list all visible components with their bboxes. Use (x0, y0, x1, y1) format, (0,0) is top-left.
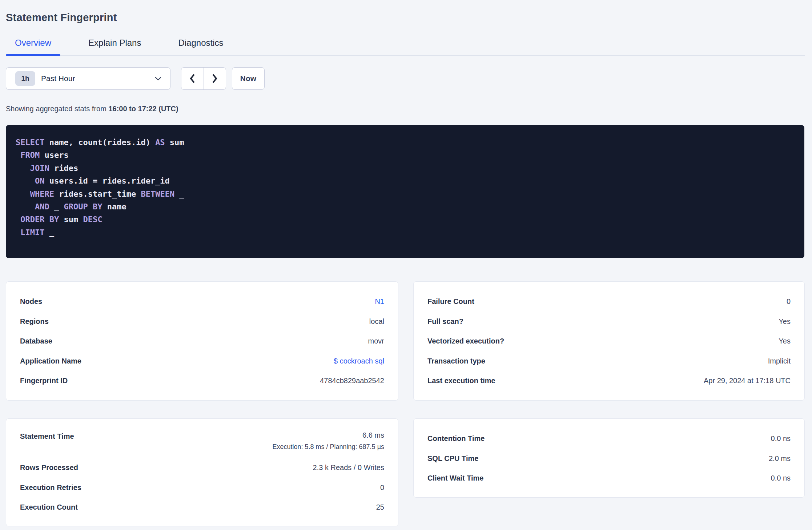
statement-fingerprint-page: Statement Fingerprint Overview Explain P… (0, 0, 812, 526)
database-value: movr (368, 337, 384, 345)
full-scan-value: Yes (779, 317, 791, 326)
client-wait-time-value: 0.0 ns (771, 474, 791, 482)
sql-cpu-time-row: SQL CPU Time 2.0 ms (427, 449, 791, 469)
tab-bar: Overview Explain Plans Diagnostics (6, 38, 805, 56)
nodes-value-link[interactable]: N1 (375, 297, 384, 306)
chevron-left-icon (189, 73, 196, 84)
rows-processed-label: Rows Processed (20, 463, 78, 472)
contention-time-value: 0.0 ns (771, 434, 791, 443)
vectorized-execution-label: Vectorized execution? (427, 337, 504, 345)
execution-count-label: Execution Count (20, 503, 78, 511)
fingerprint-id-label: Fingerprint ID (20, 377, 68, 385)
full-scan-row: Full scan? Yes (427, 312, 791, 332)
execution-retries-value: 0 (380, 483, 384, 492)
fingerprint-id-value: 4784cb829aab2542 (320, 377, 384, 385)
time-interval-badge: 1h (15, 71, 35, 86)
now-button[interactable]: Now (232, 67, 265, 90)
failure-count-label: Failure Count (427, 297, 474, 306)
statement-time-breakdown: Execution: 5.8 ms / Planning: 687.5 µs (272, 442, 384, 452)
statement-time-label: Statement Time (20, 429, 74, 444)
sql-cpu-time-label: SQL CPU Time (427, 454, 478, 463)
contention-time-row: Contention Time 0.0 ns (427, 429, 791, 449)
time-range-dropdown[interactable]: 1h Past Hour (6, 67, 170, 90)
statement-timing-card: Statement Time 6.6 ms Execution: 5.8 ms … (6, 418, 398, 526)
execution-count-value: 25 (376, 503, 384, 511)
chevron-right-icon (212, 73, 218, 84)
application-name-label: Application Name (20, 357, 81, 365)
page-title: Statement Fingerprint (6, 11, 805, 24)
sql-cpu-time-value: 2.0 ms (769, 454, 791, 463)
failure-count-value: 0 (787, 297, 791, 306)
database-label: Database (20, 337, 52, 345)
execution-attributes-card: Failure Count 0 Full scan? Yes Vectorize… (413, 281, 805, 401)
execution-retries-label: Execution Retries (20, 483, 81, 492)
vectorized-execution-value: Yes (779, 337, 791, 345)
time-range-label: Past Hour (41, 74, 155, 83)
stats-summary: Showing aggregated stats from 16:00 to 1… (6, 105, 805, 113)
database-row: Database movr (20, 331, 384, 351)
transaction-type-value: Implicit (768, 357, 791, 365)
contention-time-label: Contention Time (427, 434, 485, 443)
last-execution-time-label: Last execution time (427, 377, 495, 385)
transaction-type-label: Transaction type (427, 357, 485, 365)
last-execution-time-value: Apr 29, 2024 at 17:18 UTC (704, 377, 791, 385)
next-time-button[interactable] (204, 68, 226, 89)
regions-value: local (369, 317, 384, 326)
tab-explain-plans[interactable]: Explain Plans (79, 38, 150, 55)
statement-time-value: 6.6 ms (272, 429, 384, 442)
client-wait-time-row: Client Wait Time 0.0 ns (427, 468, 791, 488)
tab-overview[interactable]: Overview (6, 38, 60, 55)
regions-label: Regions (20, 317, 49, 326)
fingerprint-id-row: Fingerprint ID 4784cb829aab2542 (20, 371, 384, 391)
application-name-value-link[interactable]: $ cockroach sql (334, 357, 384, 365)
stats-summary-range: 16:00 to 17:22 (UTC) (108, 105, 178, 113)
tab-diagnostics[interactable]: Diagnostics (169, 38, 232, 55)
summary-cards: Nodes N1 Regions local Database movr App… (6, 281, 805, 526)
chevron-down-icon (155, 77, 161, 81)
overview-details-card: Nodes N1 Regions local Database movr App… (6, 281, 398, 401)
application-name-row: Application Name $ cockroach sql (20, 351, 384, 371)
rows-processed-value: 2.3 k Reads / 0 Writes (313, 463, 384, 472)
nodes-row: Nodes N1 (20, 292, 384, 312)
nodes-label: Nodes (20, 297, 42, 306)
stats-summary-prefix: Showing aggregated stats from (6, 105, 108, 113)
execution-count-row: Execution Count 25 (20, 497, 384, 517)
failure-count-row: Failure Count 0 (427, 292, 791, 312)
wait-times-card: Contention Time 0.0 ns SQL CPU Time 2.0 … (413, 418, 805, 498)
statement-time-row: Statement Time 6.6 ms Execution: 5.8 ms … (20, 429, 384, 458)
prev-time-button[interactable] (181, 68, 204, 89)
full-scan-label: Full scan? (427, 317, 463, 326)
sql-code: SELECT name, count(rides.id) AS sum FROM… (16, 136, 793, 239)
rows-processed-row: Rows Processed 2.3 k Reads / 0 Writes (20, 458, 384, 478)
vectorized-execution-row: Vectorized execution? Yes (427, 331, 791, 351)
last-execution-time-row: Last execution time Apr 29, 2024 at 17:1… (427, 371, 791, 391)
statement-time-values: 6.6 ms Execution: 5.8 ms / Planning: 687… (272, 429, 384, 452)
time-controls: 1h Past Hour Now (6, 67, 805, 90)
transaction-type-row: Transaction type Implicit (427, 351, 791, 371)
regions-row: Regions local (20, 312, 384, 332)
sql-statement-box: SELECT name, count(rides.id) AS sum FROM… (6, 125, 804, 258)
client-wait-time-label: Client Wait Time (427, 474, 483, 482)
execution-retries-row: Execution Retries 0 (20, 478, 384, 498)
time-pager (181, 67, 226, 90)
